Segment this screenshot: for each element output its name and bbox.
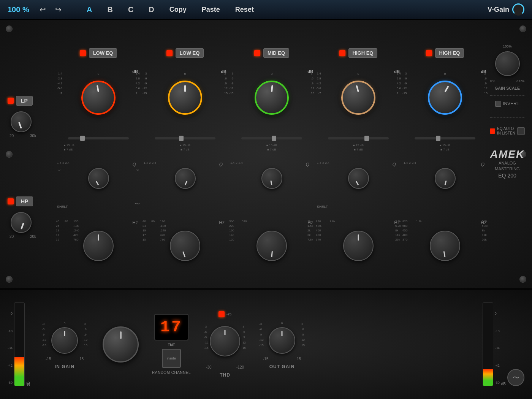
band1-q-knob[interactable] bbox=[88, 168, 109, 189]
band4-freq-knob[interactable] bbox=[343, 231, 374, 261]
gain-scale-label: GAIN SCALE bbox=[495, 86, 520, 90]
bottom-panel: 0-18-34-42-60 dB -3-6-9-12-15 3.6.91215 … bbox=[0, 290, 532, 399]
band5-gain: dB -3-6-9-12-15 3.6.91215 0 ■ 15 dB ■ 7 … bbox=[402, 69, 488, 157]
lp-freq-knob[interactable] bbox=[11, 111, 32, 132]
left-vu-scale: 0-18-34-42-60 bbox=[8, 310, 13, 386]
band2-q-knob[interactable] bbox=[175, 168, 196, 189]
band1-freq-scale-r: 130.180.240420780 bbox=[73, 219, 79, 242]
band3-range-slider[interactable] bbox=[241, 137, 302, 139]
band4-gain-knob[interactable] bbox=[341, 81, 375, 115]
hp-freq-knob[interactable] bbox=[11, 212, 32, 233]
toolbar: 100 % ↩ ↪ A B C D Copy Paste Reset V-Gai… bbox=[0, 0, 532, 20]
band2-label[interactable]: LOW EQ bbox=[176, 48, 204, 58]
left-panel: LP 2030k HP 2020k bbox=[4, 43, 48, 278]
band3-freq-scale-r: 1k1.5k2k3k7.8k bbox=[307, 219, 313, 242]
band3-db-range2: ■ 7 dB bbox=[267, 148, 276, 151]
in-gain-zero: 0 bbox=[64, 321, 65, 325]
band3-label[interactable]: MID EQ bbox=[263, 48, 289, 58]
preset-c-button[interactable]: C bbox=[125, 4, 136, 16]
band3-db-range: ■ 15 dB bbox=[266, 144, 277, 147]
right-vu-bar bbox=[483, 369, 493, 386]
invert-row: INVERT bbox=[495, 101, 519, 107]
thd-knob[interactable] bbox=[210, 326, 240, 356]
paste-button[interactable]: Paste bbox=[199, 4, 223, 15]
band3-led bbox=[254, 50, 260, 56]
band3-freq-scale-l: 300220160140120 bbox=[229, 219, 234, 242]
band5-range-slider[interactable] bbox=[415, 137, 475, 139]
band2-zero: 0 bbox=[184, 72, 186, 76]
gain-scale-range: 0%200% bbox=[490, 79, 524, 83]
thd-top-value: -75 bbox=[226, 312, 231, 316]
copy-button[interactable]: Copy bbox=[166, 4, 190, 15]
undo-button[interactable]: ↩ bbox=[40, 5, 46, 14]
reset-button[interactable]: Reset bbox=[232, 4, 257, 15]
band3-q: Q 1.422.4 bbox=[228, 161, 315, 214]
listen-checkbox[interactable] bbox=[517, 127, 525, 135]
hp-filter-btn[interactable]: HP bbox=[8, 196, 36, 206]
band1-wave: 〜 bbox=[135, 201, 140, 207]
band3-q-knob[interactable] bbox=[261, 168, 282, 189]
band5-label[interactable]: HIGH EQ bbox=[435, 48, 464, 58]
band3-freq: Hz 300220160140120 580 1k1.5k2k3k7.8k bbox=[228, 219, 315, 282]
lp-section: LP 2030k bbox=[8, 96, 36, 138]
band2-range-slider[interactable] bbox=[155, 137, 215, 139]
band1-slider-thumb bbox=[80, 136, 85, 141]
band2-freq-knob[interactable] bbox=[170, 231, 200, 261]
out-gain-knob[interactable] bbox=[269, 327, 295, 354]
invert-checkbox[interactable] bbox=[495, 101, 501, 107]
band5-q-label: Q bbox=[481, 162, 484, 167]
band4-q-label: Q bbox=[393, 162, 396, 167]
preset-d-button[interactable]: D bbox=[146, 4, 157, 16]
band1-zero: 0 bbox=[98, 72, 99, 76]
band2-scale-right: 3.6.91215 bbox=[224, 71, 228, 96]
gain-scale-knob[interactable] bbox=[495, 51, 520, 76]
band3-freq-knob[interactable] bbox=[256, 231, 287, 261]
eq-auto-listen-section: EQ AUTO IN LISTEN bbox=[490, 127, 525, 136]
band2-q: Q 1.422.4 bbox=[142, 161, 228, 214]
in-gain-scale-l: -3-6-9-12-15 bbox=[42, 321, 46, 348]
band3-scale-left: -3-6-9-12-15 bbox=[229, 71, 234, 96]
band4-q-knob[interactable] bbox=[348, 168, 369, 189]
band4-range-slider[interactable] bbox=[328, 137, 389, 139]
out-gain-range: -1515 bbox=[263, 357, 301, 361]
band5-gain-knob[interactable] bbox=[428, 81, 462, 115]
hp-section: HP 2020k bbox=[8, 196, 36, 239]
band1-header: LOW EQ bbox=[55, 48, 142, 58]
out-gain-zero: 0 bbox=[281, 321, 283, 325]
wavy-symbol: 〜 bbox=[507, 369, 524, 386]
band4-label[interactable]: HIGH EQ bbox=[348, 48, 378, 58]
band1-scale-right: 1.42.84.25.67 bbox=[136, 71, 140, 96]
band1-label[interactable]: LOW EQ bbox=[89, 48, 117, 58]
lp-filter-btn[interactable]: LP bbox=[8, 96, 36, 106]
band1-range-slider[interactable] bbox=[68, 137, 129, 139]
in-gain-knob[interactable] bbox=[51, 327, 78, 354]
thd-scale-l: -3-6-9-12-15 bbox=[204, 324, 209, 351]
band2-hz-label: Hz bbox=[219, 220, 225, 225]
band1-freq-knob[interactable] bbox=[83, 231, 114, 261]
band5-q-knob[interactable] bbox=[435, 168, 456, 189]
band3-gain-knob[interactable] bbox=[255, 81, 289, 115]
lp-range: 2030k bbox=[10, 134, 36, 138]
large-input-knob[interactable] bbox=[103, 326, 139, 363]
tmt-button[interactable]: inside bbox=[162, 349, 181, 368]
right-vu-meter bbox=[483, 302, 493, 386]
eq-band-headers: LOW EQ LOW EQ MID EQ HIGH EQ HIGH EQ bbox=[55, 48, 488, 58]
hp-range: 2020k bbox=[10, 234, 36, 239]
band1-q-scale: 1.422.4 bbox=[57, 161, 70, 165]
lp-label[interactable]: LP bbox=[16, 96, 33, 106]
thd-section: -75 -3-6-9-12-15 3.6.91215 -30 -120 THD bbox=[204, 311, 246, 378]
preset-a-button[interactable]: A bbox=[84, 4, 95, 16]
band1-gain-knob[interactable] bbox=[81, 81, 116, 115]
band5-q-scale: 1.422.4 bbox=[404, 161, 416, 165]
band2-gain-knob[interactable] bbox=[168, 81, 202, 115]
in-gain-scale-r: 3.6.91215 bbox=[84, 321, 87, 348]
band1-hz-label: Hz bbox=[132, 220, 138, 225]
preset-b-button[interactable]: B bbox=[104, 4, 116, 16]
left-vu-db: dB bbox=[26, 382, 30, 386]
band5-freq-knob[interactable] bbox=[430, 231, 460, 261]
hp-label[interactable]: HP bbox=[16, 196, 33, 206]
amek-title: AMEK bbox=[490, 148, 524, 160]
band5-slider-thumb bbox=[436, 136, 440, 141]
vgain-knob[interactable] bbox=[512, 3, 524, 16]
redo-button[interactable]: ↪ bbox=[55, 5, 62, 14]
